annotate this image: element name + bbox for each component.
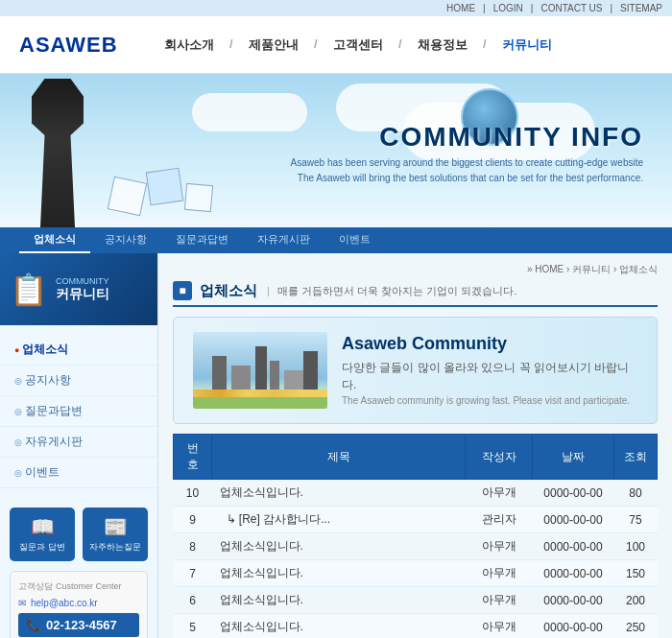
- customer-phone-text: 02-123-4567: [46, 618, 117, 632]
- cell-title[interactable]: ↳ [Re] 감사합니다...: [212, 507, 466, 533]
- cell-author: 아무개: [466, 533, 533, 560]
- banner-desc: 다양한 글들이 많이 올라와 있으니 꼭 읽어보시기 바랍니다.: [342, 359, 637, 393]
- customer-title-text: 고객상담: [18, 581, 53, 591]
- sidebar-banner-text: COMMUNITY 커뮤니티: [56, 276, 109, 303]
- building-1: [212, 356, 227, 394]
- topbar-home[interactable]: HOME: [446, 3, 475, 13]
- banner-title: Asaweb Community: [342, 334, 637, 354]
- nav-company[interactable]: 회사소개: [147, 31, 231, 59]
- cell-num: 10: [174, 480, 212, 507]
- page-header-sep: |: [267, 285, 270, 296]
- customer-phone-row: 📞 02-123-4567: [18, 613, 139, 637]
- sidebar-icon-faq[interactable]: 📰 자주하는질문: [83, 508, 148, 561]
- subnav-qna[interactable]: 질문과답변: [161, 227, 243, 253]
- sidebar-menu: 업체소식 공지사항 질문과답변 자유게시판 이벤트: [0, 335, 157, 498]
- cell-author: 아무개: [466, 614, 533, 639]
- table-row: 10 업체소식입니다. 아무개 0000-00-00 80: [174, 480, 658, 507]
- sidebar-icon-qna[interactable]: 📖 질문과 답변: [10, 508, 75, 561]
- cell-num: 8: [174, 533, 212, 560]
- nav-recruit[interactable]: 채용정보: [400, 31, 485, 59]
- banner-city-image: [193, 332, 327, 409]
- cell-title[interactable]: 업체소식입니다.: [212, 560, 466, 587]
- customer-email-row: ✉ help@abc.co.kr: [18, 598, 139, 608]
- subnav-event[interactable]: 이벤트: [324, 227, 385, 253]
- cell-author: 아무개: [466, 480, 533, 507]
- hero-section: COMMUNITY INFO Asaweb has been serving a…: [0, 74, 672, 227]
- page-header-icon: ■: [173, 281, 192, 300]
- cell-title[interactable]: 업체소식입니다.: [212, 587, 466, 614]
- nav-product[interactable]: 제품안내: [231, 31, 316, 59]
- sidebar: 📋 COMMUNITY 커뮤니티 업체소식 공지사항 질문과답변 자유게시판 이…: [0, 253, 158, 638]
- cell-views: 100: [614, 533, 658, 560]
- sidebar-item-notice[interactable]: 공지사항: [0, 366, 157, 396]
- cell-num: 9: [174, 507, 212, 533]
- main-content: 📋 COMMUNITY 커뮤니티 업체소식 공지사항 질문과답변 자유게시판 이…: [0, 253, 672, 638]
- sidebar-link-news[interactable]: 업체소식: [0, 335, 157, 365]
- sidebar-icon-row: 📖 질문과 답변 📰 자주하는질문: [10, 508, 148, 561]
- subnav-free[interactable]: 자유게시판: [243, 227, 324, 253]
- customer-email-text[interactable]: help@abc.co.kr: [31, 598, 98, 608]
- subnav-notice[interactable]: 공지사항: [90, 227, 161, 253]
- sidebar-icon-qna-label: 질문과 답변: [19, 542, 65, 552]
- sidebar-link-free[interactable]: 자유게시판: [0, 427, 157, 457]
- cell-author: 아무개: [466, 587, 533, 614]
- col-date: 날짜: [533, 435, 614, 480]
- sidebar-bottom: 📖 질문과 답변 📰 자주하는질문 고객상담 Customer Center ✉…: [0, 498, 157, 638]
- table-row: 6 업체소식입니다. 아무개 0000-00-00 200: [174, 587, 658, 614]
- main-nav: 회사소개 제품안내 고객센터 채용정보 커뮤니티: [147, 31, 569, 59]
- cell-views: 250: [614, 614, 658, 639]
- page-header: ■ 업체소식 | 매를 거듭하면서 더욱 찾아지는 기업이 되겠습니다.: [173, 281, 658, 307]
- cell-date: 0000-00-00: [533, 614, 614, 639]
- cell-author: 관리자: [466, 507, 533, 533]
- col-author: 작성자: [466, 435, 533, 480]
- sidebar-item-news[interactable]: 업체소식: [0, 335, 157, 366]
- cell-title[interactable]: 업체소식입니다.: [212, 614, 466, 639]
- cell-views: 150: [614, 560, 658, 587]
- topbar-contact[interactable]: CONTACT US: [540, 3, 602, 13]
- community-banner: Asaweb Community 다양한 글들이 많이 올라와 있으니 꼭 읽어…: [173, 317, 658, 424]
- cell-views: 200: [614, 587, 658, 614]
- nav-community[interactable]: 커뮤니티: [485, 31, 569, 59]
- topbar-sep3: |: [610, 3, 612, 13]
- cell-date: 0000-00-00: [533, 560, 614, 587]
- col-title: 제목: [212, 435, 466, 480]
- table-header-row: 번호 제목 작성자 날짜 조회: [174, 435, 658, 480]
- topbar-login[interactable]: LOGIN: [493, 3, 523, 13]
- nav-customer[interactable]: 고객센터: [316, 31, 400, 59]
- sidebar-link-notice[interactable]: 공지사항: [0, 366, 157, 395]
- sidebar-item-event[interactable]: 이벤트: [0, 458, 157, 488]
- cell-title[interactable]: 업체소식입니다.: [212, 533, 466, 560]
- page-title: 업체소식: [200, 282, 257, 300]
- customer-center: 고객상담 Customer Center ✉ help@abc.co.kr 📞 …: [10, 571, 148, 638]
- cell-num: 6: [174, 587, 212, 614]
- customer-subtitle-text: Customer Center: [56, 581, 122, 591]
- sidebar-small-text: COMMUNITY: [56, 276, 109, 286]
- cell-date: 0000-00-00: [533, 587, 614, 614]
- subnav-news[interactable]: 업체소식: [19, 227, 90, 253]
- sidebar-item-free[interactable]: 자유게시판: [0, 427, 157, 458]
- topbar-sitemap[interactable]: SITEMAP: [620, 3, 662, 13]
- customer-title: 고객상담 Customer Center: [18, 579, 139, 593]
- table-row: 7 업체소식입니다. 아무개 0000-00-00 150: [174, 560, 658, 587]
- cell-date: 0000-00-00: [533, 480, 614, 507]
- building-6: [303, 351, 318, 394]
- col-num: 번호: [174, 435, 212, 480]
- top-bar: HOME | LOGIN | CONTACT US | SITEMAP: [0, 0, 672, 16]
- sub-nav: 업체소식 공지사항 질문과답변 자유게시판 이벤트: [0, 227, 672, 253]
- newspaper-icon: 📰: [87, 515, 143, 538]
- email-icon: ✉: [18, 598, 26, 608]
- cell-views: 75: [614, 507, 658, 533]
- topbar-sep2: |: [531, 3, 534, 13]
- table-row: 8 업체소식입니다. 아무개 0000-00-00 100: [174, 533, 658, 560]
- hero-person: [14, 79, 120, 227]
- sidebar-banner: 📋 COMMUNITY 커뮤니티: [0, 253, 157, 325]
- sidebar-link-qna[interactable]: 질문과답변: [0, 396, 157, 426]
- cell-title[interactable]: 업체소식입니다.: [212, 480, 466, 507]
- sidebar-item-qna[interactable]: 질문과답변: [0, 396, 157, 427]
- table-body: 10 업체소식입니다. 아무개 0000-00-00 80 9 ↳ [Re] 감…: [174, 480, 658, 639]
- banner-text-block: Asaweb Community 다양한 글들이 많이 올라와 있으니 꼭 읽어…: [342, 334, 637, 407]
- logo[interactable]: ASAWEB: [19, 33, 118, 58]
- sidebar-link-event[interactable]: 이벤트: [0, 458, 157, 487]
- breadcrumb: » HOME › 커뮤니티 › 업체소식: [173, 263, 658, 276]
- page-desc: 매를 거듭하면서 더욱 찾아지는 기업이 되겠습니다.: [277, 284, 516, 298]
